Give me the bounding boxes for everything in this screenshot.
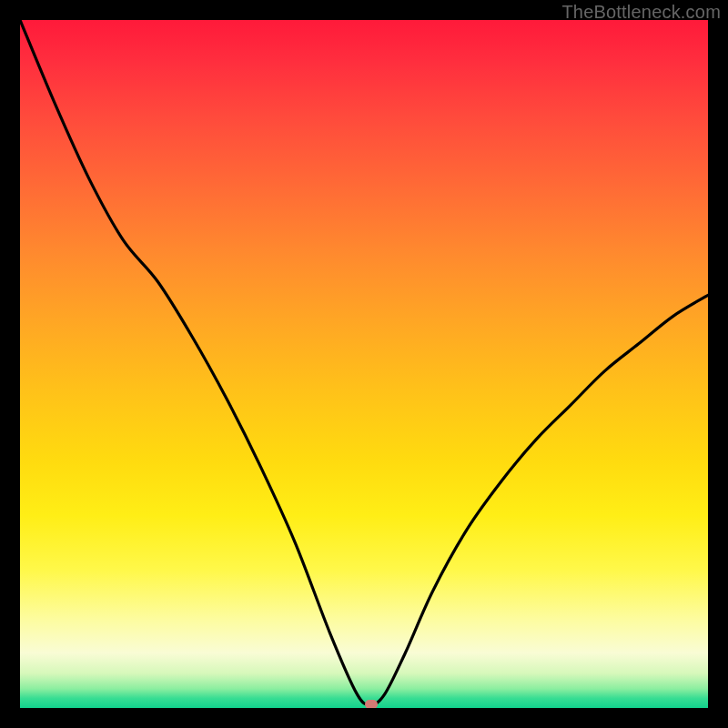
- minimum-marker: [365, 700, 378, 708]
- plot-area: [20, 20, 708, 708]
- watermark-text: TheBottleneck.com: [561, 2, 721, 23]
- curve-path: [20, 20, 708, 704]
- chart-container: TheBottleneck.com: [0, 0, 728, 728]
- bottleneck-curve: [20, 20, 708, 708]
